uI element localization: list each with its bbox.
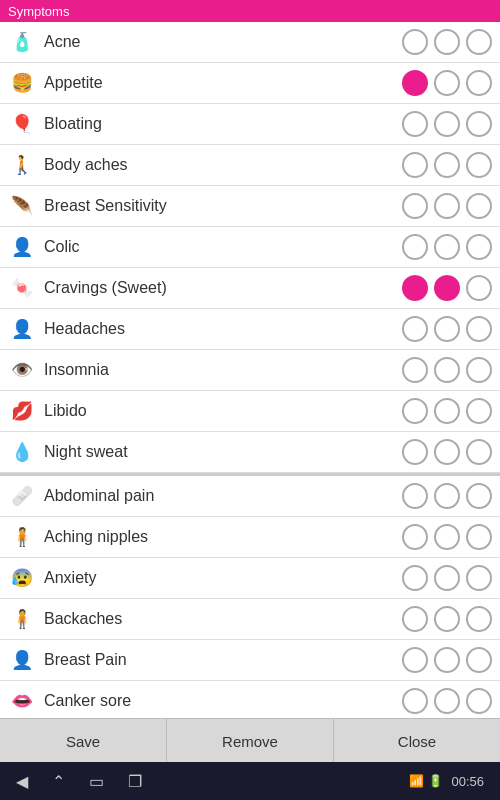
remove-button[interactable]: Remove — [167, 719, 334, 763]
body-aches-radio-group — [402, 152, 492, 178]
insomnia-label: Insomnia — [44, 361, 402, 379]
acne-radio-group — [402, 29, 492, 55]
cravings-sweet-label: Cravings (Sweet) — [44, 279, 402, 297]
appetite-radio-group — [402, 70, 492, 96]
save-button[interactable]: Save — [0, 719, 167, 763]
canker-sore-radio-0[interactable] — [402, 688, 428, 714]
aching-nipples-label: Aching nipples — [44, 528, 402, 546]
backaches-label: Backaches — [44, 610, 402, 628]
acne-radio-0[interactable] — [402, 29, 428, 55]
headaches-radio-1[interactable] — [434, 316, 460, 342]
aching-nipples-radio-0[interactable] — [402, 524, 428, 550]
symptom-row-aching-nipples: 🧍Aching nipples — [0, 517, 500, 558]
night-sweat-radio-1[interactable] — [434, 439, 460, 465]
home-icon[interactable]: ⌃ — [52, 772, 65, 791]
breast-sensitivity-radio-1[interactable] — [434, 193, 460, 219]
canker-sore-radio-1[interactable] — [434, 688, 460, 714]
body-aches-radio-1[interactable] — [434, 152, 460, 178]
insomnia-radio-2[interactable] — [466, 357, 492, 383]
abdominal-pain-radio-1[interactable] — [434, 483, 460, 509]
anxiety-radio-group — [402, 565, 492, 591]
symptom-row-canker-sore: 👄Canker sore — [0, 681, 500, 718]
cravings-sweet-radio-group — [402, 275, 492, 301]
body-aches-radio-0[interactable] — [402, 152, 428, 178]
insomnia-radio-1[interactable] — [434, 357, 460, 383]
acne-radio-2[interactable] — [466, 29, 492, 55]
canker-sore-radio-group — [402, 688, 492, 714]
recents-icon[interactable]: ▭ — [89, 772, 104, 791]
breast-sensitivity-label: Breast Sensitivity — [44, 197, 402, 215]
acne-radio-1[interactable] — [434, 29, 460, 55]
headaches-radio-0[interactable] — [402, 316, 428, 342]
symptom-row-anxiety: 😰Anxiety — [0, 558, 500, 599]
insomnia-radio-0[interactable] — [402, 357, 428, 383]
anxiety-radio-1[interactable] — [434, 565, 460, 591]
libido-icon: 💋 — [8, 397, 36, 425]
bloating-icon: 🎈 — [8, 110, 36, 138]
screenshot-icon[interactable]: ❐ — [128, 772, 142, 791]
libido-radio-0[interactable] — [402, 398, 428, 424]
anxiety-radio-2[interactable] — [466, 565, 492, 591]
symptom-row-colic: 👤Colic — [0, 227, 500, 268]
colic-radio-0[interactable] — [402, 234, 428, 260]
battery-icon: 🔋 — [428, 774, 443, 788]
anxiety-radio-0[interactable] — [402, 565, 428, 591]
symptom-row-breast-sensitivity: 🪶Breast Sensitivity — [0, 186, 500, 227]
navigation-bar: ◀ ⌃ ▭ ❐ 📶 🔋 00:56 — [0, 762, 500, 800]
aching-nipples-icon: 🧍 — [8, 523, 36, 551]
cravings-sweet-radio-1[interactable] — [434, 275, 460, 301]
appetite-radio-0[interactable] — [402, 70, 428, 96]
body-aches-icon: 🚶 — [8, 151, 36, 179]
breast-pain-radio-1[interactable] — [434, 647, 460, 673]
colic-radio-group — [402, 234, 492, 260]
backaches-radio-2[interactable] — [466, 606, 492, 632]
appetite-radio-1[interactable] — [434, 70, 460, 96]
night-sweat-radio-2[interactable] — [466, 439, 492, 465]
abdominal-pain-radio-0[interactable] — [402, 483, 428, 509]
back-icon[interactable]: ◀ — [16, 772, 28, 791]
bloating-radio-1[interactable] — [434, 111, 460, 137]
breast-pain-radio-0[interactable] — [402, 647, 428, 673]
symptom-row-body-aches: 🚶Body aches — [0, 145, 500, 186]
night-sweat-radio-0[interactable] — [402, 439, 428, 465]
colic-radio-1[interactable] — [434, 234, 460, 260]
headaches-radio-2[interactable] — [466, 316, 492, 342]
cravings-sweet-radio-0[interactable] — [402, 275, 428, 301]
appetite-label: Appetite — [44, 74, 402, 92]
libido-radio-group — [402, 398, 492, 424]
breast-pain-label: Breast Pain — [44, 651, 402, 669]
breast-pain-radio-2[interactable] — [466, 647, 492, 673]
bottom-toolbar: Save Remove Close — [0, 718, 500, 762]
libido-radio-1[interactable] — [434, 398, 460, 424]
symptoms-list: 🧴Acne🍔Appetite🎈Bloating🚶Body aches🪶Breas… — [0, 22, 500, 718]
backaches-radio-group — [402, 606, 492, 632]
symptom-row-acne: 🧴Acne — [0, 22, 500, 63]
canker-sore-radio-2[interactable] — [466, 688, 492, 714]
body-aches-radio-2[interactable] — [466, 152, 492, 178]
bloating-radio-2[interactable] — [466, 111, 492, 137]
abdominal-pain-radio-group — [402, 483, 492, 509]
close-button[interactable]: Close — [334, 719, 500, 763]
insomnia-radio-group — [402, 357, 492, 383]
acne-icon: 🧴 — [8, 28, 36, 56]
cravings-sweet-radio-2[interactable] — [466, 275, 492, 301]
backaches-radio-0[interactable] — [402, 606, 428, 632]
acne-label: Acne — [44, 33, 402, 51]
appetite-radio-2[interactable] — [466, 70, 492, 96]
aching-nipples-radio-2[interactable] — [466, 524, 492, 550]
colic-radio-2[interactable] — [466, 234, 492, 260]
libido-radio-2[interactable] — [466, 398, 492, 424]
cravings-sweet-icon: 🍬 — [8, 274, 36, 302]
breast-sensitivity-radio-0[interactable] — [402, 193, 428, 219]
anxiety-icon: 😰 — [8, 564, 36, 592]
bloating-radio-0[interactable] — [402, 111, 428, 137]
aching-nipples-radio-1[interactable] — [434, 524, 460, 550]
nav-left-icons: ◀ ⌃ ▭ ❐ — [16, 772, 142, 791]
symptom-row-appetite: 🍔Appetite — [0, 63, 500, 104]
abdominal-pain-radio-2[interactable] — [466, 483, 492, 509]
backaches-icon: 🧍 — [8, 605, 36, 633]
abdominal-pain-label: Abdominal pain — [44, 487, 402, 505]
breast-sensitivity-radio-2[interactable] — [466, 193, 492, 219]
colic-label: Colic — [44, 238, 402, 256]
backaches-radio-1[interactable] — [434, 606, 460, 632]
